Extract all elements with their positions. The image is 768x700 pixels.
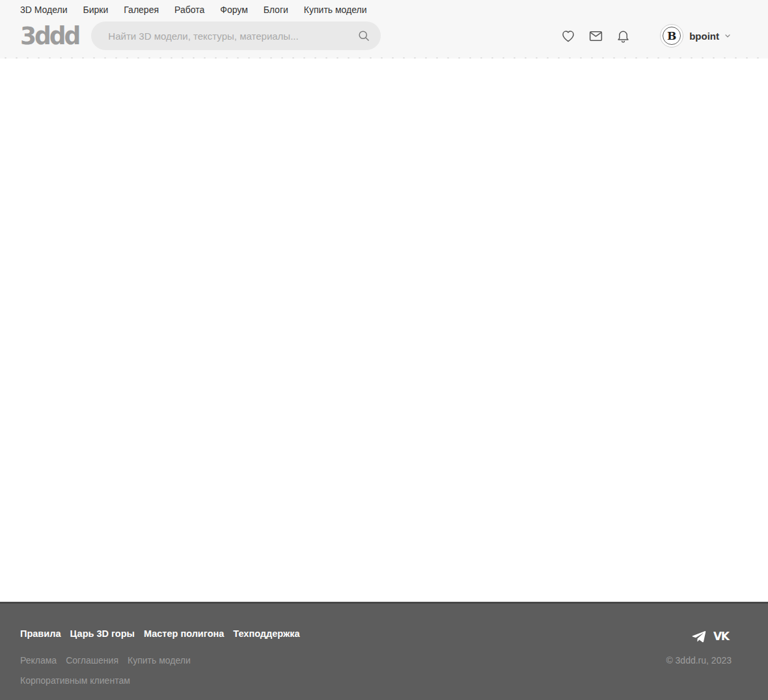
messages-button[interactable] bbox=[587, 27, 604, 44]
bell-icon bbox=[616, 29, 631, 44]
mail-icon bbox=[588, 28, 604, 44]
search-box bbox=[91, 21, 381, 50]
copyright-text: © 3ddd.ru, 2023 bbox=[666, 655, 732, 666]
nav-item-blogs[interactable]: Блоги bbox=[264, 5, 288, 15]
footer-link-rules[interactable]: Правила bbox=[20, 628, 61, 639]
footer-tertiary-links: Корпоративным клиентам bbox=[20, 673, 309, 688]
heart-icon bbox=[560, 28, 576, 44]
avatar: B bbox=[660, 24, 683, 47]
top-navigation: 3D Модели Бирки Галерея Работа Форум Бло… bbox=[20, 0, 732, 16]
footer-link-polygon-master[interactable]: Мастер полигона bbox=[144, 628, 224, 639]
nav-item-buy-models[interactable]: Купить модели bbox=[304, 5, 367, 15]
main-content-empty bbox=[0, 59, 768, 602]
vk-button[interactable]: VK bbox=[713, 630, 732, 643]
telegram-icon bbox=[691, 628, 707, 644]
search-button[interactable] bbox=[353, 25, 374, 46]
nav-item-3d-models[interactable]: 3D Модели bbox=[20, 5, 68, 15]
site-footer: Правила Царь 3D горы Мастер полигона Тех… bbox=[0, 602, 768, 700]
avatar-letter: B bbox=[667, 31, 676, 42]
favorites-button[interactable] bbox=[560, 27, 577, 44]
username: bpoint bbox=[689, 31, 719, 42]
footer-link-corporate-clients[interactable]: Корпоративным клиентам bbox=[20, 673, 130, 688]
footer-secondary-links: Реклама Соглашения Купить модели bbox=[20, 653, 309, 668]
chevron-down-icon bbox=[724, 32, 732, 40]
header-actions: B bpoint bbox=[560, 24, 732, 47]
footer-link-king-of-3d[interactable]: Царь 3D горы bbox=[70, 628, 135, 639]
search-input[interactable] bbox=[91, 21, 381, 50]
telegram-button[interactable] bbox=[691, 628, 707, 644]
footer-primary-links: Правила Царь 3D горы Мастер полигона Тех… bbox=[20, 628, 309, 639]
footer-link-support[interactable]: Техподдержка bbox=[233, 628, 299, 639]
footer-link-agreements[interactable]: Соглашения bbox=[66, 653, 118, 668]
nav-item-work[interactable]: Работа bbox=[174, 5, 204, 15]
nav-item-tags[interactable]: Бирки bbox=[83, 5, 109, 15]
footer-meta: VK © 3ddd.ru, 2023 bbox=[666, 628, 732, 700]
search-icon bbox=[357, 29, 370, 42]
user-menu[interactable]: B bpoint bbox=[660, 24, 732, 47]
footer-link-buy-models[interactable]: Купить модели bbox=[128, 653, 191, 668]
vk-icon: VK bbox=[713, 630, 732, 643]
svg-text:VK: VK bbox=[713, 630, 730, 643]
footer-link-advertising[interactable]: Реклама bbox=[20, 653, 57, 668]
nav-item-forum[interactable]: Форум bbox=[220, 5, 248, 15]
site-header: 3D Модели Бирки Галерея Работа Форум Бло… bbox=[0, 0, 768, 59]
header-main-row: 3ddd bbox=[20, 16, 732, 59]
site-logo[interactable]: 3ddd bbox=[20, 23, 79, 48]
notifications-button[interactable] bbox=[614, 27, 631, 44]
footer-links: Правила Царь 3D горы Мастер полигона Тех… bbox=[20, 628, 309, 700]
nav-item-gallery[interactable]: Галерея bbox=[124, 5, 159, 15]
social-links: VK bbox=[685, 628, 732, 644]
